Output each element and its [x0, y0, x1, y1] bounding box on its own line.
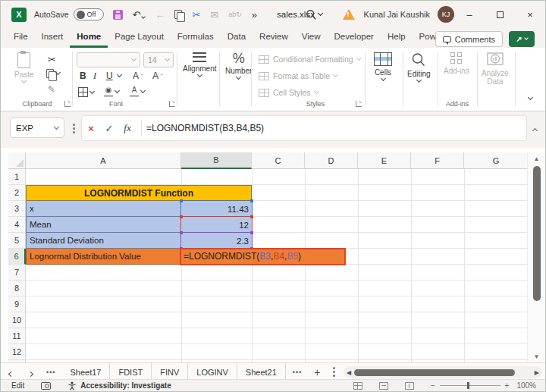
undo-button[interactable]: ↶	[133, 9, 146, 20]
sheet-options-button[interactable]	[333, 371, 335, 373]
cell-a6[interactable]: Lognormal Distribution Value	[26, 249, 181, 265]
scroll-down-arrow[interactable]: ▼	[528, 353, 545, 360]
column-header-a[interactable]: A	[26, 152, 181, 169]
minimize-button[interactable]: –	[454, 1, 485, 28]
row-header-8[interactable]: 8	[8, 281, 26, 296]
tab-page-layout[interactable]: Page Layout	[108, 28, 171, 48]
sheet-tab-fdist[interactable]: FDIST	[110, 363, 152, 381]
hscroll-right-arrow[interactable]: ▶	[535, 369, 539, 376]
close-button[interactable]: ×	[515, 1, 545, 28]
normal-view-button[interactable]	[353, 382, 362, 390]
qat-overflow-button[interactable]: »	[252, 9, 257, 20]
sheet-list-dots-left[interactable]: •••	[46, 368, 55, 376]
maximize-button[interactable]	[485, 1, 515, 28]
zoom-level[interactable]: 100%	[516, 381, 536, 390]
save-icon[interactable]	[113, 10, 123, 20]
tab-insert[interactable]: Insert	[35, 28, 71, 48]
row-header-2[interactable]: 2	[8, 185, 26, 201]
column-header-f[interactable]: F	[411, 152, 464, 169]
sheet-tab-finv[interactable]: FINV	[152, 363, 188, 381]
row-header-10[interactable]: 10	[8, 312, 26, 328]
cut-icon[interactable]: ✂	[192, 9, 200, 20]
tab-data[interactable]: Data	[221, 28, 253, 48]
accessibility-status[interactable]: Accessibility: Investigate	[80, 381, 171, 390]
underline-button[interactable]: U	[106, 71, 113, 81]
share-button[interactable]: ↗	[509, 31, 535, 47]
macro-record-icon[interactable]	[41, 382, 51, 390]
avatar[interactable]: KJ	[438, 6, 454, 23]
next-sheet-button[interactable]	[20, 365, 40, 379]
tab-file[interactable]: File	[7, 28, 35, 48]
tab-home[interactable]: Home	[70, 28, 108, 48]
zoom-in-button[interactable]: +	[505, 381, 510, 390]
zoom-out-button[interactable]: −	[431, 381, 435, 390]
cell-a2-title[interactable]: LOGNORMDIST Function	[26, 185, 252, 201]
font-dialog-launcher[interactable]: ↘	[169, 101, 175, 107]
alignment-button[interactable]: Alignment	[183, 52, 216, 77]
formula-bar-drag-handle[interactable]	[73, 127, 75, 130]
vertical-scrollbar[interactable]: ▲ ▼	[527, 152, 545, 362]
horizontal-scrollbar[interactable]: ◀ ▶	[344, 366, 542, 378]
formula-input[interactable]: =LOGNORMDIST(B3,B4,B5)	[146, 123, 264, 133]
row-header-9[interactable]: 9	[8, 296, 26, 312]
row-header-3[interactable]: 3	[8, 201, 26, 217]
font-color-button[interactable]: A	[130, 86, 145, 97]
row-header-6[interactable]: 6	[8, 249, 26, 265]
zoom-slider-knob[interactable]	[467, 382, 469, 389]
collapse-ribbon-chevron[interactable]	[528, 95, 533, 100]
cells-button[interactable]: Cells	[374, 52, 392, 80]
upload-warning-icon[interactable]	[343, 9, 355, 20]
row-header-11[interactable]: 11	[8, 328, 26, 344]
sheet-tab-sheet21[interactable]: Sheet21	[237, 363, 286, 381]
styles-dialog-launcher[interactable]: ↘	[356, 101, 362, 107]
tab-developer[interactable]: Developer	[328, 28, 381, 48]
horizontal-scroll-thumb[interactable]	[354, 369, 515, 376]
ribbon-copy-button[interactable]	[46, 69, 60, 78]
sheet-list-dots-right[interactable]: •••	[293, 368, 302, 376]
tab-view[interactable]: View	[295, 28, 328, 48]
clipboard-dialog-launcher[interactable]: ↘	[64, 101, 71, 107]
hscroll-left-arrow[interactable]: ◀	[347, 369, 351, 376]
comments-button[interactable]: Comments	[435, 31, 503, 47]
sheet-tab-loginv[interactable]: LOGINV	[188, 363, 237, 381]
cell-a3[interactable]: x	[26, 201, 181, 217]
row-header-12[interactable]: 12	[8, 344, 26, 360]
row-header-1[interactable]: 1	[8, 169, 26, 185]
bold-button[interactable]: B	[80, 71, 86, 81]
expand-formula-bar-chevron[interactable]	[532, 128, 538, 133]
number-button[interactable]: % Number	[225, 52, 253, 79]
tab-review[interactable]: Review	[253, 28, 295, 48]
italic-button[interactable]: I	[93, 71, 96, 82]
row-header-5[interactable]: 5	[8, 233, 26, 249]
tab-help[interactable]: Help	[381, 28, 413, 48]
column-header-b[interactable]: B	[181, 152, 252, 169]
row-header-7[interactable]: 7	[8, 265, 26, 281]
cell-a5[interactable]: Standard Deviation	[26, 233, 181, 249]
column-header-d[interactable]: D	[305, 152, 358, 169]
enter-button[interactable]: ✓	[100, 123, 118, 134]
scroll-up-arrow[interactable]: ▲	[528, 155, 545, 162]
ribbon-cut-icon[interactable]: ✂	[48, 54, 56, 65]
fill-color-button[interactable]: ◉	[104, 86, 119, 97]
prev-sheet-button[interactable]	[1, 365, 20, 379]
cell-b3[interactable]: 11.43	[180, 200, 253, 218]
grow-font-button[interactable]: Aˆ	[133, 71, 143, 81]
shrink-font-button[interactable]: Aˇ	[152, 71, 162, 81]
column-header-g[interactable]: G	[464, 152, 529, 169]
borders-button[interactable]	[78, 87, 94, 97]
add-sheet-button[interactable]: +	[314, 366, 320, 378]
tab-formulas[interactable]: Formulas	[171, 28, 221, 48]
vertical-scroll-thumb[interactable]	[533, 166, 541, 301]
underline-dropdown[interactable]	[117, 72, 122, 77]
insert-function-button[interactable]: fx	[118, 122, 136, 134]
copy-icon[interactable]	[174, 10, 182, 19]
row-header-4[interactable]: 4	[8, 217, 26, 233]
search-icon[interactable]	[306, 9, 317, 20]
sheet-tab-sheet17[interactable]: Sheet17	[61, 363, 110, 381]
column-header-c[interactable]: C	[252, 152, 305, 169]
zoom-slider[interactable]	[440, 382, 500, 389]
cell-b4[interactable]: 12	[180, 216, 253, 234]
cancel-button[interactable]: ×	[82, 123, 100, 134]
editing-button[interactable]: Editing	[407, 52, 431, 82]
cell-a4[interactable]: Mean	[26, 217, 181, 233]
